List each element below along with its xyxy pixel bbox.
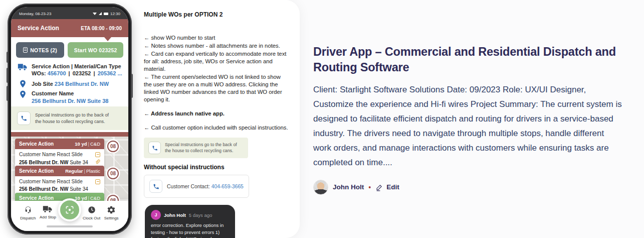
- customer-contact-sample: Customer Contact: 404-659-3665: [144, 175, 249, 198]
- wo-card[interactable]: Service Action Regular|Plastic Customer …: [15, 166, 104, 195]
- stop-number-badge: 08: [107, 168, 119, 179]
- start-wo-label: Start WO 023252: [74, 47, 117, 53]
- map-pin-icon: [18, 90, 28, 104]
- annotation-title: Multiple WOs per OPTION 2: [144, 11, 288, 18]
- paperclip-icon[interactable]: [95, 159, 100, 165]
- action-buttons: NOTES (2) Start WO 023252: [16, 42, 123, 58]
- pipe-separator: |: [68, 70, 71, 76]
- wo-card-title: Service Action: [19, 195, 54, 201]
- scan-button[interactable]: [58, 198, 81, 221]
- special-instructions-callout: Special Instructions go to the back of t…: [11, 106, 128, 130]
- wo-card-header: Service Action 10 yd|C&D: [15, 139, 104, 149]
- separator-dot: •: [368, 184, 371, 191]
- clock-icon: [87, 205, 96, 214]
- signal-icon: [99, 12, 102, 15]
- truck-icon: [18, 63, 28, 76]
- map-pin-icon: [18, 80, 28, 88]
- nav-label: Add Stop: [40, 215, 56, 219]
- wo-card-title: Service Action: [19, 168, 54, 174]
- wo-link-1[interactable]: 456700: [48, 70, 66, 76]
- wifi-icon: [93, 13, 97, 15]
- pencil-icon: [375, 183, 383, 191]
- dispatch-icon: [24, 205, 33, 214]
- job-site-line: Job Site 234 Bellhurst Dr. NW: [32, 81, 109, 87]
- battery-icon: [104, 13, 108, 15]
- contact-label: Customer Contact:: [167, 184, 210, 189]
- customer-name-label: Customer Name: [32, 90, 108, 96]
- wo-link-2[interactable]: 205362 ...: [98, 70, 122, 76]
- notes-button-label: NOTES (2): [30, 47, 57, 53]
- phone-screen: Monday, 08-23-23 12:30 Service Action ET…: [11, 7, 128, 231]
- app-header-title: Service Action: [18, 25, 59, 32]
- pipe-separator: |: [93, 70, 96, 76]
- commenter-name: John Holt: [164, 212, 186, 218]
- header-pointer: [104, 37, 111, 41]
- comment-bubble[interactable]: J John Holt 5 days ago error correction.…: [145, 205, 235, 238]
- comment-time: 5 days ago: [189, 212, 212, 218]
- customer-address-link[interactable]: 256 Bellhurst Dr. NW Suite 38: [32, 98, 108, 104]
- add-stop-truck-icon: [43, 205, 53, 213]
- annotation-bullet: ← Call customer option included with spe…: [144, 124, 288, 132]
- collapse-icon[interactable]: [95, 179, 100, 184]
- commenter-avatar: J: [151, 210, 161, 220]
- phone-mockup: Monday, 08-23-23 12:30 Service Action ET…: [8, 4, 132, 234]
- notes-icon: [23, 47, 28, 53]
- annotation-bullet: ← Address launch native app.: [144, 110, 288, 117]
- nav-label: Dispatch: [20, 216, 36, 220]
- phone-side-button: [7, 68, 9, 83]
- notes-button[interactable]: NOTES (2): [16, 42, 64, 58]
- author-avatar: [313, 180, 328, 195]
- author-name[interactable]: John Holt: [333, 183, 364, 191]
- status-time: 12:30: [110, 12, 120, 16]
- wo-current: 023252: [73, 70, 91, 76]
- start-wo-button[interactable]: Start WO 023252: [68, 42, 123, 58]
- comment-header: J John Holt 5 days ago: [151, 210, 229, 220]
- annotation-bullet: ← Card can expand vertically to accommod…: [144, 50, 288, 73]
- annotation-bullet: ← The current open/selected WO is not li…: [144, 73, 288, 103]
- edit-button[interactable]: Edit: [375, 183, 399, 191]
- contact-phone-link[interactable]: 404-659-3665: [211, 184, 244, 189]
- page: Monday, 08-23-23 12:30 Service Action ET…: [0, 0, 644, 238]
- annotation-bullet: ← show WO number to start: [144, 34, 288, 42]
- wo-card-body: Customer Name React Slide 256 Bellhurst …: [15, 176, 104, 195]
- call-customer-button[interactable]: [17, 111, 31, 125]
- wo-numbers-line: WOs: 456700 | 023252 | 205362 ...: [32, 70, 122, 76]
- phone-side-button: [7, 52, 9, 63]
- nav-dispatch[interactable]: Dispatch: [18, 205, 38, 231]
- special-instructions-text: Special Instructions go to the back of t…: [35, 112, 115, 124]
- service-type-line: Service Action | Material/Can Type: [32, 63, 122, 69]
- phone-side-button: [131, 74, 133, 98]
- eta-label: ETA 08:00 - 09:00: [81, 26, 122, 31]
- special-instructions-sample: Special Instructions go to the back of t…: [144, 138, 248, 158]
- annotation-bullets: ← show WO number to start ← Notes shows …: [144, 34, 288, 132]
- wo-card-tag: 10 yd|C&D: [75, 141, 100, 147]
- sample-callout-text: Special Instructions go to the back of t…: [165, 142, 244, 154]
- wos-label: WOs:: [32, 70, 46, 76]
- status-icons: 12:30: [93, 12, 120, 16]
- nav-label: Settings: [104, 216, 119, 220]
- wo-card-tag: 10 yd|C&D: [75, 195, 100, 201]
- wo-card-tag: Regular|Plastic: [65, 168, 100, 174]
- job-site-address-link[interactable]: 234 Bellhurst Dr. NW: [55, 81, 109, 87]
- without-instructions-heading: Without special instructions: [144, 164, 288, 171]
- job-site-row: Job Site 234 Bellhurst Dr. NW: [18, 80, 125, 88]
- app-header: Service Action ETA 08:00 - 09:00: [11, 19, 128, 37]
- project-description: Client: Starlight Software Solutions Dat…: [313, 82, 623, 170]
- phone-side-button: [7, 86, 9, 101]
- drawer-handle[interactable]: [11, 132, 128, 137]
- nav-settings[interactable]: Settings: [101, 205, 121, 231]
- comment-text: error correction. Explore options in tes…: [151, 222, 229, 238]
- collapse-icon[interactable]: [95, 152, 100, 157]
- wo-card-customer: Customer Name React Slide: [19, 179, 83, 184]
- wo-card-customer: Customer Name React Slide: [19, 152, 83, 157]
- phone-icon: [149, 180, 162, 193]
- work-order-info: Service Action | Material/Can Type WOs: …: [18, 63, 125, 104]
- wo-card[interactable]: Service Action 10 yd|C&D Customer Name R…: [15, 139, 104, 168]
- project-summary: Driver App – Commercial and Residential …: [313, 44, 623, 195]
- mockup-panel: Monday, 08-23-23 12:30 Service Action ET…: [0, 0, 300, 238]
- author-row: John Holt • Edit: [313, 180, 623, 195]
- stop-number-badge: 08: [107, 141, 119, 152]
- gear-icon: [107, 205, 116, 214]
- home-indicator[interactable]: [47, 225, 93, 227]
- status-bar: Monday, 08-23-23 12:30: [11, 7, 128, 19]
